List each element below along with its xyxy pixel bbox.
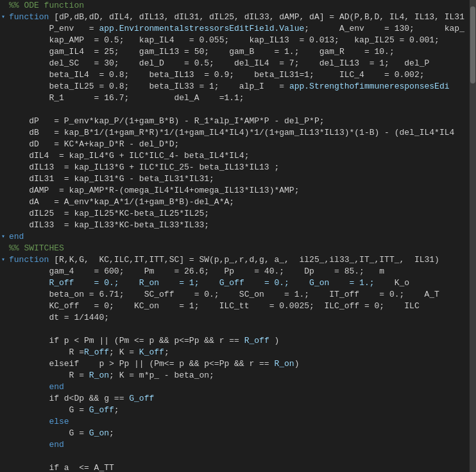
token: ) [269, 336, 280, 345]
code-line-27: dt = 1/1440; [9, 312, 470, 324]
scrollbar-thumb[interactable] [470, 6, 475, 83]
token: app.EnvironmentalstressorsEditField.Valu… [99, 24, 304, 33]
code-line-17: dA = A_env*kap_A*1/(1+gam_B*B)-del_A*A; [9, 197, 470, 208]
code-line-9 [9, 104, 470, 116]
token: dAMP = kap_AMP*R-(omega_IL4*IL4+omega_IL… [9, 186, 299, 195]
token: R_off = 0.; [9, 278, 139, 288]
token: [dP,dB,dD, dIL4, dIL13, dIL31, dIL25, dI… [49, 12, 464, 22]
fold-indicator-8 [0, 92, 6, 104]
code-line-6: beta_IL4 = 0.8; beta_IL13 = 0.9; beta_IL… [9, 69, 470, 81]
token: del_SC = 30; del_D = 0.5; del_IL4 = 7; d… [9, 58, 429, 68]
fold-indicator-27 [0, 312, 6, 324]
token: G_on [89, 428, 109, 438]
token: elseif p > Pp || (Pm<= p && p<=Pp && r =… [9, 359, 274, 369]
fold-indicator-25 [0, 289, 6, 301]
token: else [9, 417, 69, 426]
token: dD = KC*A+kap_D*R - del_D*D; [9, 139, 179, 149]
fold-indicator-40 [0, 462, 6, 472]
token: end [9, 232, 24, 241]
fold-indicator-6 [0, 69, 6, 81]
fold-indicator-0 [0, 0, 6, 12]
fold-indicator-29 [0, 335, 6, 347]
fold-indicator-33 [0, 381, 6, 393]
token: G = [9, 405, 89, 415]
fold-indicator-3 [0, 35, 6, 46]
fold-indicator-7 [0, 81, 6, 92]
token: ; [164, 347, 169, 357]
code-line-1: function [dP,dB,dD, dIL4, dIL13, dIL31, … [9, 12, 470, 23]
token: R = [9, 371, 89, 380]
fold-indicator-2 [0, 23, 6, 35]
token: R_off [84, 347, 109, 357]
code-line-25: beta_on = 6.71; SC_off = 0.; SC_on = 1.;… [9, 289, 470, 301]
fold-indicator-5 [0, 58, 6, 69]
fold-indicator-4 [0, 46, 6, 58]
fold-indicator-20[interactable]: ▾ [0, 231, 6, 243]
token: end [9, 382, 64, 392]
token: function [9, 12, 49, 22]
fold-indicator-34 [0, 393, 6, 405]
code-line-5: del_SC = 30; del_D = 0.5; del_IL4 = 7; d… [9, 58, 470, 69]
code-area: %% ODE functionfunction [dP,dB,dD, dIL4,… [6, 0, 470, 472]
token: if d<Dp && g == [9, 394, 129, 403]
token: gam_4 = 600; Pm = 26.6; Pp = 40.; Dp = 8… [9, 267, 384, 276]
token: app.StrengthofimmuneresponsesEdi [289, 82, 450, 91]
code-line-36: else [9, 416, 470, 428]
fold-indicator-9 [0, 104, 6, 116]
fold-indicator-10 [0, 116, 6, 127]
token: G_off [129, 394, 154, 403]
token: ; [109, 428, 114, 438]
token: G_on = 1.; [309, 278, 395, 288]
code-line-13: dIL4 = kap_IL4*G + ILC*ILC_4- beta_IL4*I… [9, 150, 470, 162]
token: dIL25 = kap_IL25*KC-beta_IL25*IL25; [9, 209, 209, 218]
code-line-10: dP = P_env*kap_P/(1+gam_B*B) - R_1*alp_I… [9, 116, 470, 127]
token: ; [114, 405, 119, 415]
editor-main: %% ODE functionfunction [dP,dB,dD, dIL4,… [6, 0, 470, 472]
fold-indicator-28 [0, 324, 6, 335]
code-line-15: dIL31 = kap_IL31*G - beta_IL31*IL31; [9, 173, 470, 185]
fold-indicator-1[interactable]: ▾ [0, 12, 6, 23]
vertical-scrollbar[interactable] [470, 0, 476, 472]
token: G_off = 0.; [219, 278, 309, 288]
token: P_env = [9, 24, 99, 33]
token: ; A_env = 130; kap_ [304, 24, 464, 33]
fold-indicator-21 [0, 243, 6, 254]
token: R_on [274, 359, 294, 369]
fold-indicator-30 [0, 347, 6, 358]
fold-indicator-13 [0, 150, 6, 162]
fold-indicator-19 [0, 220, 6, 231]
code-line-34: if d<Dp && g == G_off [9, 393, 470, 405]
token: K_o [395, 278, 409, 288]
code-line-12: dD = KC*A+kap_D*R - del_D*D; [9, 139, 470, 150]
fold-indicator-22[interactable]: ▾ [0, 254, 6, 266]
token: if p < Pm || (Pm <= p && p<=Pp && r == [9, 336, 244, 345]
code-line-39 [9, 451, 470, 462]
token: R_off [244, 336, 269, 345]
fold-indicator-24 [0, 277, 6, 289]
fold-indicator-39 [0, 451, 6, 462]
code-line-35: G = G_off; [9, 405, 470, 416]
token: R_on = 1; [139, 278, 219, 288]
fold-gutter[interactable]: ▾▾▾ [0, 0, 6, 472]
token: dA = A_env*kap_A*1/(1+gam_B*B)-del_A*A; [9, 197, 234, 207]
fold-indicator-37 [0, 428, 6, 439]
code-line-8: R_1 = 16.7; del_A =1.1; [9, 92, 470, 104]
token: dB = kap_B*1/(1+gam_R*R)*1/(1+gam_IL4*IL… [9, 128, 454, 137]
token: G_off [89, 405, 114, 415]
code-line-37: G = G_on; [9, 428, 470, 439]
code-line-4: gam_IL4 = 25; gam_IL13 = 50; gam_B = 1.;… [9, 46, 470, 58]
code-line-21: %% SWITCHES [9, 243, 470, 254]
token: G = [9, 428, 89, 438]
token: beta_on = 6.71; SC_off = 0.; SC_on = 1.;… [9, 290, 439, 299]
fold-indicator-26 [0, 301, 6, 312]
token: if a <= A_TT [9, 463, 114, 472]
fold-indicator-17 [0, 197, 6, 208]
token: end [9, 440, 64, 450]
fold-indicator-16 [0, 185, 6, 197]
code-line-30: R =R_off; K = K_off; [9, 347, 470, 358]
token: R_on [89, 371, 109, 380]
token: dIL33 = kap_IL33*KC-beta_IL33*IL33; [9, 220, 209, 230]
code-line-40: if a <= A_TT [9, 462, 470, 472]
token: K_off [139, 347, 164, 357]
code-line-32: R = R_on; K = m*p_ - beta_on; [9, 370, 470, 381]
